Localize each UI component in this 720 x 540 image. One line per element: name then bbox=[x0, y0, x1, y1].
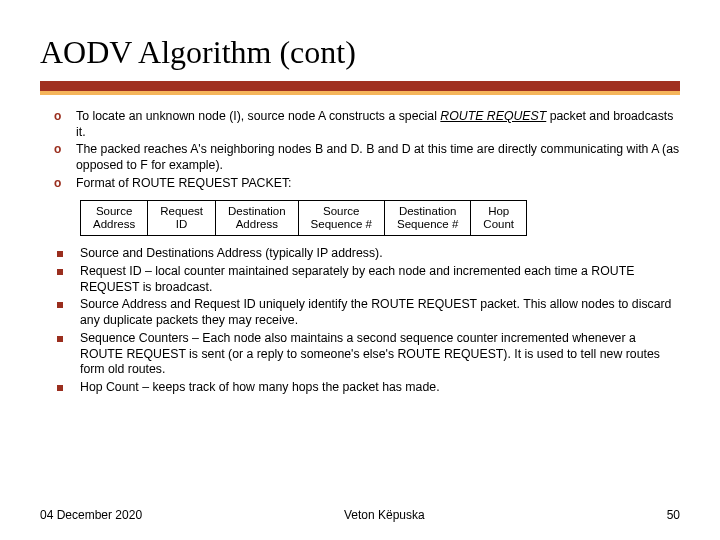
field-line: Address bbox=[93, 218, 135, 230]
field-line: Count bbox=[483, 218, 514, 230]
slide-body: To locate an unknown node (I), source no… bbox=[40, 109, 680, 396]
slide-footer: 04 December 2020 Veton Këpuska 50 bbox=[40, 508, 680, 522]
field-line: Request bbox=[160, 205, 203, 217]
bullet-item: Format of ROUTE REQUEST PACKET: bbox=[54, 176, 680, 192]
sub-bullet-item: Hop Count – keeps track of how many hops… bbox=[54, 380, 680, 396]
sub-bullet-item: Source and Destinations Address (typical… bbox=[54, 246, 680, 262]
field-line: ID bbox=[176, 218, 188, 230]
sub-bullet-item: Sequence Counters – Each node also maint… bbox=[54, 331, 680, 378]
packet-field: RequestID bbox=[148, 200, 216, 235]
footer-author: Veton Këpuska bbox=[102, 508, 667, 522]
divider-bar-light bbox=[40, 91, 680, 95]
sub-bullet-item: Source Address and Request ID uniquely i… bbox=[54, 297, 680, 328]
bullet-item: The packed reaches A's neighboring nodes… bbox=[54, 142, 680, 173]
bullet-text-pre: To locate an unknown node (I), source no… bbox=[76, 109, 440, 123]
field-line: Destination bbox=[228, 205, 286, 217]
sub-bullet-list: Source and Destinations Address (typical… bbox=[40, 246, 680, 396]
footer-page-number: 50 bbox=[667, 508, 680, 522]
packet-field: HopCount bbox=[471, 200, 527, 235]
bullet-item: To locate an unknown node (I), source no… bbox=[54, 109, 680, 140]
bullet-text: The packed reaches A's neighboring nodes… bbox=[76, 142, 679, 172]
field-line: Destination bbox=[399, 205, 457, 217]
packet-field: DestinationSequence # bbox=[384, 200, 470, 235]
slide: AODV Algorithm (cont) To locate an unkno… bbox=[0, 0, 720, 540]
packet-field: SourceAddress bbox=[81, 200, 148, 235]
field-line: Sequence # bbox=[397, 218, 458, 230]
divider-bar-dark bbox=[40, 81, 680, 91]
field-line: Hop bbox=[488, 205, 509, 217]
field-line: Address bbox=[236, 218, 278, 230]
field-line: Source bbox=[323, 205, 359, 217]
field-line: Source bbox=[96, 205, 132, 217]
route-request-term: ROUTE REQUEST bbox=[440, 109, 546, 123]
divider bbox=[40, 81, 680, 95]
packet-field: DestinationAddress bbox=[216, 200, 299, 235]
table-row: SourceAddress RequestID DestinationAddre… bbox=[81, 200, 527, 235]
packet-field: SourceSequence # bbox=[298, 200, 384, 235]
packet-format-table: SourceAddress RequestID DestinationAddre… bbox=[80, 200, 527, 236]
slide-title: AODV Algorithm (cont) bbox=[40, 34, 680, 71]
bullet-text: Format of ROUTE REQUEST PACKET: bbox=[76, 176, 291, 190]
field-line: Sequence # bbox=[311, 218, 372, 230]
bullet-list: To locate an unknown node (I), source no… bbox=[40, 109, 680, 192]
sub-bullet-item: Request ID – local counter maintained se… bbox=[54, 264, 680, 295]
